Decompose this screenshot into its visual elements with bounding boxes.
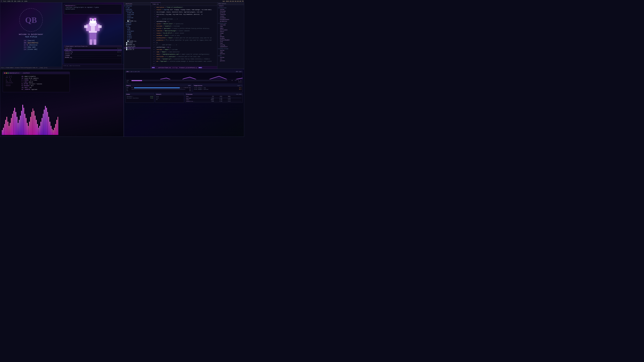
tree-item-system[interactable]: ▶ system xyxy=(124,22,150,24)
qutebrowser-panel: QB Welcome to Qutebrowser Tech Profile [… xyxy=(0,2,62,69)
outline-pkgs-patches: patches xyxy=(217,60,244,62)
outline-system: system xyxy=(217,9,244,10)
outline-nixpkgs-system: system xyxy=(217,50,244,51)
code-line-5: org-nursery, org-yaap, org-side-tree, or… xyxy=(156,13,216,15)
tree-item-homelab[interactable]: ▶ home.lab xyxy=(124,12,150,13)
tree-item-patches[interactable]: ▶ patches xyxy=(124,8,150,10)
tree-item-readme-profiles[interactable]: 📄 README.org xyxy=(124,20,150,22)
ram-row: RAM: 95 5.761B/02.01B xyxy=(126,87,191,88)
wm-label: Tech xyxy=(3,0,6,2)
neofetch-window: emmet@snowfire:~ — distfetch \\ \\ // ==… xyxy=(3,72,70,92)
viz-bar-24 xyxy=(29,122,30,135)
tree-item-git-user[interactable]: ▶ git xyxy=(124,29,150,30)
outline-browser: browser xyxy=(217,37,244,39)
tree-item-work[interactable]: ▶ work xyxy=(124,15,150,17)
tm-file-row-install-sh[interactable]: install.sh xyxy=(64,53,122,55)
tree-item-desktop-png[interactable]: 🖼 desktop.png xyxy=(124,45,150,47)
viz-bar-4 xyxy=(6,117,7,135)
tree-item-themes[interactable]: ▶ themes xyxy=(124,24,150,25)
code-line-12: profile = "personal"; # select a profile… xyxy=(156,27,216,30)
editor-code-content[interactable]: description = "Flake of LibrePhoenix"; o… xyxy=(156,6,217,66)
cpu-row-val: 11 xyxy=(228,80,233,81)
qb-menu-search[interactable]: [o] [Search] xyxy=(24,40,38,41)
tm-file-row-install-org[interactable]: install.org 10.5 K xyxy=(64,51,122,53)
cpu-section: CPU 1.53 1.14 0.78 CPU like 100% 11 AVG:… xyxy=(125,70,243,84)
viz-bar-38 xyxy=(45,106,46,135)
qb-menu-quickmarks[interactable]: [b] [Quickmarks] xyxy=(24,42,38,44)
viz-bar-26 xyxy=(31,112,32,135)
proc-row-hyprland[interactable]: Hyprland 2520 0.35 0.4% xyxy=(186,97,242,99)
tree-item-dotfiles[interactable]: ▼ .dotfiles xyxy=(124,5,150,7)
tree-item-style[interactable]: ▶ style xyxy=(124,37,150,39)
viz-bar-23 xyxy=(28,126,29,135)
tree-item-wsl[interactable]: ▶ wsl xyxy=(124,18,150,20)
viz-bar-40 xyxy=(47,112,48,135)
tree-dir-icon: ▼ xyxy=(124,5,125,7)
tree-item-flake-nix[interactable]: 📄 flake.nix xyxy=(124,47,150,49)
maximize-dot[interactable] xyxy=(8,72,8,73)
qb-menu-newtab[interactable]: [t] [New tab] xyxy=(24,46,38,48)
tm-file-row-license[interactable]: LICENSE 34.2 K xyxy=(64,55,122,57)
tm-file-row-readme[interactable]: README.org xyxy=(64,57,122,58)
tree-item-pkgs[interactable]: ▶ pkgs xyxy=(124,34,150,35)
qb-logo-area: QB xyxy=(19,8,43,32)
network-header: Network xyxy=(155,93,184,95)
nf-desktop: RI | DESKTOP: hyprland xyxy=(22,89,42,90)
temps-header: Temperatures Temp(°) xyxy=(193,85,242,87)
tree-item-lang[interactable]: ▶ lang xyxy=(124,32,150,34)
cpu-chart-area xyxy=(126,73,242,79)
tree-item-shell[interactable]: ▶ shell xyxy=(124,35,150,37)
tm-file-list: ~/home/emmet/.dotfiles/flake.nix flake.l… xyxy=(64,45,122,64)
editor-panel: .dotfiles ▼ .dotfiles ▶ .git ▶ patches ▼… xyxy=(124,2,244,69)
proc-row-emacs[interactable]: emacs 55631 0.20 0.7% xyxy=(186,99,242,100)
qb-menu-history[interactable]: [S h] [History] xyxy=(24,44,38,46)
tree-item-harden[interactable]: 📄 harden.sh xyxy=(124,49,150,50)
temp-item-edge: card0 (amdgpu): edge 49°C xyxy=(194,87,242,89)
tree-item-personal[interactable]: ▶ personal xyxy=(124,13,150,15)
editor-tabs: flake.nix xyxy=(151,2,217,6)
nf-user: WE| emmet @ snowfire xyxy=(22,76,42,77)
tree-item-user[interactable]: ▼ user xyxy=(124,25,150,27)
viz-bar-22 xyxy=(27,123,28,135)
tree-item-readme-root[interactable]: 📄 README.org xyxy=(124,44,150,45)
tree-item-git[interactable]: ▶ .git xyxy=(124,7,150,8)
outline-email: email xyxy=(217,27,244,29)
tree-item-worklab[interactable]: ▶ worklab xyxy=(124,17,150,18)
tree-item-app[interactable]: ▶ app xyxy=(124,27,150,29)
tree-dir-icon: ▶ xyxy=(127,35,128,37)
qb-content: QB Welcome to Qutebrowser Tech Profile [… xyxy=(0,5,62,66)
svg-rect-7 xyxy=(90,18,92,20)
minimize-dot[interactable] xyxy=(6,72,7,73)
net-item-2: 10.5 xyxy=(156,97,183,99)
proc-row-pipewire[interactable]: pipewire-pu... 5150 0.10 0.1% xyxy=(186,100,242,102)
editor-tab-flake[interactable]: flake.nix xyxy=(151,2,161,6)
viz-bar-2 xyxy=(4,124,5,135)
tm-file-row-lock[interactable]: flake.lock 22.5 K xyxy=(64,47,122,49)
nf-shell: CN| SHELL: zsh xyxy=(22,87,42,89)
tree-item-hardware[interactable]: ▶ hardware xyxy=(124,30,150,32)
tm-file-row-nix[interactable]: flake.nix 2.2 K xyxy=(64,49,122,51)
cpu-body: 100% 11 AVG: 13 8% 60s 0% 0% xyxy=(126,79,242,83)
disks-section: Disks /dev/dm-0 / 504GB /dev/dm-0 /nix/s… xyxy=(125,93,154,103)
close-dot[interactable] xyxy=(4,72,5,73)
code-editor: flake.nix 123456789101112131415161718192… xyxy=(151,2,217,69)
tree-dir-icon: ▶ xyxy=(127,27,128,28)
statusbar-left: ⬡ Tech 100% 🖥 20% 100% 2S 100% xyxy=(0,0,27,2)
tree-item-readme-user[interactable]: 📄 README.org xyxy=(124,40,150,42)
tree-item-wm[interactable]: ▶ wm xyxy=(124,39,150,40)
viz-bar-33 xyxy=(39,126,40,135)
outline-theme: theme xyxy=(217,32,244,34)
viz-bar-13 xyxy=(16,117,18,135)
viz-bar-35 xyxy=(42,118,42,135)
code-line-11: hostname = "snowfire"; # hostname xyxy=(156,25,216,27)
tree-item-license[interactable]: 📄 LICENSE xyxy=(124,42,150,44)
qb-menu-closetab[interactable]: [x] [Close tab] xyxy=(24,49,38,50)
code-line-18: }; xyxy=(156,41,216,44)
tree-item-profiles[interactable]: ▼ profiles xyxy=(124,10,150,12)
tree-file-icon: 📄 xyxy=(126,42,128,43)
btop-panel: CPU 1.53 1.14 0.78 CPU like 100% 11 AVG:… xyxy=(124,69,244,137)
viz-bar-47 xyxy=(55,124,56,135)
viz-bar-27 xyxy=(32,108,33,135)
outline-section-user: ▼ userSettings xyxy=(217,23,244,24)
disk-name-root: /dev/dm-0 / xyxy=(126,96,133,97)
